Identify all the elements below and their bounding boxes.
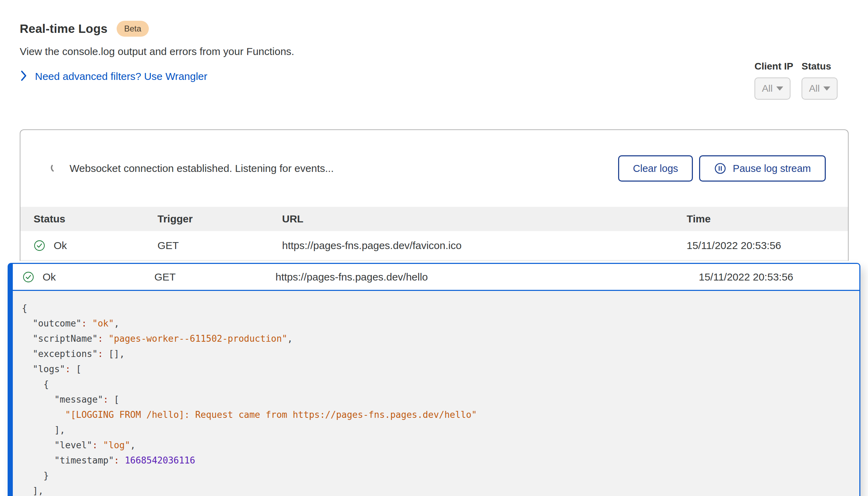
beta-badge: Beta	[117, 21, 149, 37]
code-line: "exceptions": [],	[22, 346, 852, 361]
spinner-icon	[50, 163, 61, 174]
wrangler-link[interactable]: Need advanced filters? Use Wrangler	[20, 70, 848, 83]
clear-logs-label: Clear logs	[633, 163, 678, 174]
status-ok-icon	[34, 240, 45, 251]
row-time: 15/11/2022 20:53:56	[687, 240, 840, 251]
row-status: Ok	[54, 240, 67, 251]
code-line: ],	[22, 422, 852, 438]
pause-log-stream-label: Pause log stream	[733, 163, 811, 174]
code-line: "level": "log",	[22, 438, 852, 453]
row-trigger: GET	[154, 271, 275, 283]
caret-down-icon	[776, 86, 783, 91]
column-header-trigger: Trigger	[157, 213, 282, 225]
row-status: Ok	[43, 271, 56, 283]
websocket-status-bar: Websocket connection established. Listen…	[20, 130, 848, 207]
status-filter-select[interactable]: All	[802, 77, 838, 100]
code-line: }	[22, 468, 852, 483]
wrangler-link-label: Need advanced filters? Use Wrangler	[35, 71, 207, 82]
log-table-header: Status Trigger URL Time	[20, 207, 848, 231]
page-header: Real-time Logs Beta View the console.log…	[0, 0, 868, 83]
code-line: {	[22, 301, 852, 316]
row-url: https://pages-fns.pages.dev/favicon.ico	[282, 240, 687, 251]
caret-down-icon	[823, 86, 830, 91]
log-table-row-expanded[interactable]: Ok GET https://pages-fns.pages.dev/hello…	[13, 264, 859, 291]
expanded-log-entry: Ok GET https://pages-fns.pages.dev/hello…	[8, 263, 860, 496]
row-trigger: GET	[157, 240, 282, 251]
code-line: "logs": [	[22, 361, 852, 377]
code-line: "scriptName": "pages-worker--611502-prod…	[22, 331, 852, 346]
websocket-status-text: Websocket connection established. Listen…	[70, 163, 334, 174]
client-ip-filter-select[interactable]: All	[754, 77, 790, 100]
status-filter-value: All	[809, 83, 820, 94]
logs-panel: Websocket connection established. Listen…	[20, 129, 849, 261]
code-line: {	[22, 377, 852, 392]
code-line: "timestamp": 1668542036116	[22, 453, 852, 468]
code-line: ],	[22, 483, 852, 496]
pause-circle-icon	[714, 162, 726, 175]
client-ip-filter-value: All	[762, 83, 772, 94]
log-filters: Client IP All Status All	[754, 61, 838, 100]
status-ok-icon	[22, 271, 34, 283]
clear-logs-button[interactable]: Clear logs	[618, 155, 693, 182]
row-url: https://pages-fns.pages.dev/hello	[275, 271, 699, 283]
column-header-url: URL	[282, 213, 687, 225]
log-table-row[interactable]: Ok GET https://pages-fns.pages.dev/favic…	[20, 231, 848, 261]
page-subtitle: View the console.log output and errors f…	[20, 46, 848, 57]
code-line: "[LOGGING FROM /hello]: Request came fro…	[22, 407, 852, 422]
code-line: "message": [	[22, 392, 852, 407]
code-line: "outcome": "ok",	[22, 316, 852, 331]
column-header-status: Status	[34, 213, 157, 225]
column-header-time: Time	[687, 213, 840, 225]
page-title: Real-time Logs	[20, 22, 108, 36]
chevron-right-icon	[20, 70, 27, 83]
pause-log-stream-button[interactable]: Pause log stream	[699, 155, 826, 182]
row-time: 15/11/2022 20:53:56	[699, 271, 851, 283]
client-ip-filter-label: Client IP	[754, 61, 793, 72]
log-detail-code: { "outcome": "ok", "scriptName": "pages-…	[13, 291, 859, 496]
status-filter-label: Status	[802, 61, 831, 72]
